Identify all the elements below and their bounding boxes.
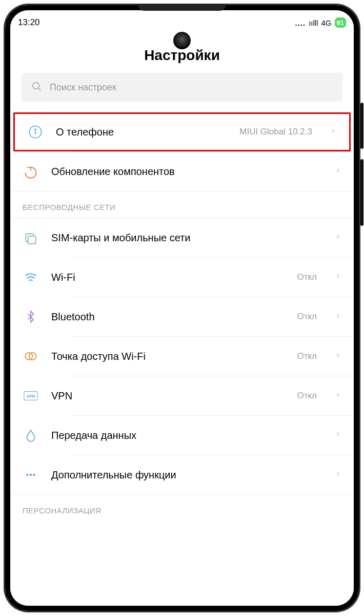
row-data-usage[interactable]: Передача данных xyxy=(10,416,354,455)
status-right: .... ıılll 4G 91 xyxy=(295,17,347,28)
search-placeholder: Поиск настроек xyxy=(50,82,116,93)
svg-line-1 xyxy=(38,88,41,91)
battery-icon: 91 xyxy=(335,17,346,28)
more-icon xyxy=(23,467,39,483)
svg-point-13 xyxy=(33,474,35,476)
chevron-right-icon xyxy=(334,431,341,440)
network-label: 4G xyxy=(321,18,332,27)
row-label: Передача данных xyxy=(51,430,322,441)
page-title: Настройки xyxy=(10,47,354,64)
svg-point-4 xyxy=(35,129,36,130)
chevron-right-icon xyxy=(334,391,341,400)
row-sim[interactable]: SIM-карты и мобильные сети xyxy=(10,218,354,257)
status-bar: 13:20 .... ıılll 4G 91 xyxy=(10,10,354,31)
row-updates[interactable]: Обновление компонентов xyxy=(10,152,354,191)
row-vpn[interactable]: VPN VPN Откл xyxy=(10,376,354,415)
signal-dots-icon: .... xyxy=(295,18,306,27)
row-label: Wi-Fi xyxy=(51,272,285,283)
wifi-icon xyxy=(23,269,39,285)
row-label: VPN xyxy=(51,390,285,402)
chevron-right-icon xyxy=(334,352,341,361)
row-value: MIUI Global 10.2.3 xyxy=(239,127,312,137)
search-input[interactable]: Поиск настроек xyxy=(22,73,342,102)
section-header-personalization: ПЕРСОНАЛИЗАЦИЯ xyxy=(10,495,354,521)
svg-text:VPN: VPN xyxy=(26,394,35,399)
search-icon xyxy=(31,81,42,94)
chevron-right-icon xyxy=(330,127,337,137)
row-hotspot[interactable]: Точка доступа Wi-Fi Откл xyxy=(10,337,354,376)
svg-rect-6 xyxy=(28,236,36,244)
upload-icon xyxy=(23,163,39,180)
signal-bars-icon: ıılll xyxy=(309,18,318,27)
chevron-right-icon xyxy=(334,167,341,176)
row-label: Обновление компонентов xyxy=(51,166,322,178)
droplet-icon xyxy=(23,427,39,444)
sim-icon xyxy=(23,229,39,246)
row-label: SIM-карты и мобильные сети xyxy=(51,232,322,244)
phone-frame: 13:20 .... ıılll 4G 91 Настройки Поиск н… xyxy=(5,5,359,611)
chevron-right-icon xyxy=(334,273,341,282)
section-wireless: SIM-карты и мобильные сети Wi-Fi Откл xyxy=(10,218,354,494)
row-label: Точка доступа Wi-Fi xyxy=(51,351,285,362)
power-button-hardware xyxy=(360,103,363,149)
svg-point-0 xyxy=(33,83,39,89)
hotspot-icon xyxy=(23,348,39,364)
svg-point-11 xyxy=(26,474,28,476)
camera-icon xyxy=(173,32,191,49)
screen: 13:20 .... ıılll 4G 91 Настройки Поиск н… xyxy=(10,10,354,606)
status-time: 13:20 xyxy=(18,17,40,28)
row-label: Дополнительные функции xyxy=(51,469,322,481)
row-bluetooth[interactable]: Bluetooth Откл xyxy=(10,297,354,336)
row-wifi[interactable]: Wi-Fi Откл xyxy=(10,258,354,297)
row-value: Откл xyxy=(297,391,317,401)
chevron-right-icon xyxy=(334,233,341,242)
info-icon xyxy=(27,124,44,140)
row-label: О телефоне xyxy=(56,126,227,138)
section-header-wireless: БЕСПРОВОДНЫЕ СЕТИ xyxy=(10,191,354,218)
row-more[interactable]: Дополнительные функции xyxy=(10,455,354,494)
svg-point-12 xyxy=(30,474,32,476)
chevron-right-icon xyxy=(334,312,341,321)
row-value: Откл xyxy=(297,351,317,361)
row-label: Bluetooth xyxy=(51,311,285,323)
bluetooth-icon xyxy=(23,309,39,325)
volume-button-hardware xyxy=(360,159,363,226)
row-value: Откл xyxy=(297,272,317,282)
row-about-phone[interactable]: О телефоне MIUI Global 10.2.3 xyxy=(13,112,351,151)
vpn-icon: VPN xyxy=(23,388,39,404)
phone-notch xyxy=(138,4,226,11)
row-value: Откл xyxy=(297,312,317,322)
chevron-right-icon xyxy=(334,470,341,479)
section-system: О телефоне MIUI Global 10.2.3 Обновление… xyxy=(10,112,354,191)
